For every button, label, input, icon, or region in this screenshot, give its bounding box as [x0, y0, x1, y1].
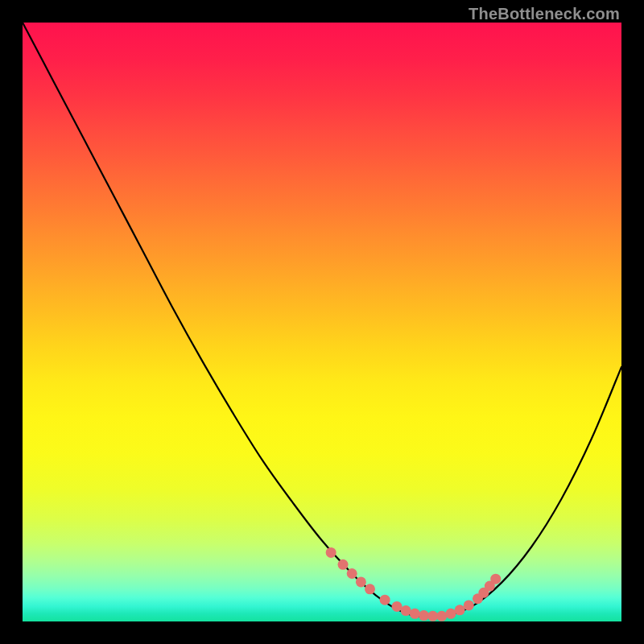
data-dot	[326, 547, 336, 558]
plot-area	[23, 23, 621, 621]
data-dot	[410, 609, 420, 619]
data-dot	[401, 605, 411, 616]
data-dot	[392, 601, 402, 612]
data-dot	[347, 568, 357, 579]
data-dot	[445, 609, 456, 619]
curve-layer	[23, 23, 621, 621]
data-dot	[365, 584, 375, 594]
data-dot	[338, 559, 349, 570]
data-dot	[455, 605, 465, 615]
data-dot	[380, 595, 390, 605]
data-dot	[356, 576, 366, 587]
chart-frame: TheBottleneck.com	[0, 0, 644, 644]
data-dot	[436, 611, 447, 621]
data-dot	[419, 610, 429, 621]
data-dot	[464, 600, 474, 610]
data-dots	[326, 547, 502, 621]
bottleneck-curve	[23, 23, 621, 617]
data-dot	[490, 574, 501, 584]
watermark-text: TheBottleneck.com	[469, 5, 620, 23]
data-dot	[427, 611, 438, 621]
